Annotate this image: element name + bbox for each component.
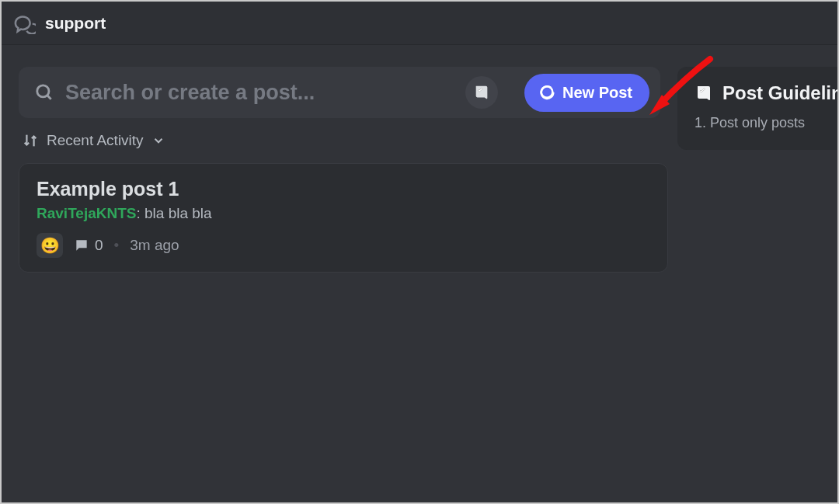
- chat-plus-icon: [538, 84, 555, 101]
- guidelines-body: 1. Post only posts: [695, 115, 837, 131]
- search-input[interactable]: [65, 81, 454, 105]
- channel-title: support: [45, 14, 106, 33]
- svg-point-0: [37, 85, 49, 97]
- search-icon: [34, 82, 54, 103]
- svg-line-1: [47, 96, 51, 99]
- guidelines-card: Post Guidelines 1. Post only posts: [677, 67, 837, 150]
- svg-point-2: [541, 86, 553, 98]
- reaction-pill[interactable]: 😀: [37, 233, 63, 258]
- reaction-emoji: 😀: [40, 236, 60, 255]
- post-author: RaviTejaKNTS: [37, 205, 136, 221]
- chevron-down-icon: [151, 134, 165, 148]
- forum-channel-icon: [14, 12, 36, 34]
- post-preview: RaviTejaKNTS: bla bla bla: [37, 205, 650, 222]
- post-timestamp: 3m ago: [130, 237, 179, 254]
- guidelines-chip-button[interactable]: [465, 76, 498, 109]
- message-icon: [74, 238, 89, 253]
- guidelines-icon: [695, 84, 713, 103]
- sort-label: Recent Activity: [47, 132, 144, 149]
- new-post-button[interactable]: New Post: [524, 74, 649, 112]
- sort-icon: [22, 132, 39, 149]
- sort-selector[interactable]: Recent Activity: [19, 132, 660, 149]
- channel-header: support: [2, 2, 837, 45]
- post-meta: 😀 0 • 3m ago: [37, 233, 650, 258]
- post-snippet: bla bla bla: [144, 205, 212, 221]
- forum-post-card[interactable]: Example post 1 RaviTejaKNTS: bla bla bla…: [19, 163, 668, 273]
- new-post-label: New Post: [562, 84, 632, 102]
- separator-dot: •: [114, 237, 120, 254]
- guidelines-icon: [473, 84, 490, 101]
- message-count-value: 0: [95, 237, 103, 254]
- message-count: 0: [74, 237, 103, 254]
- post-title: Example post 1: [37, 178, 650, 200]
- guidelines-title: Post Guidelines: [722, 82, 837, 104]
- search-bar: New Post: [19, 67, 660, 118]
